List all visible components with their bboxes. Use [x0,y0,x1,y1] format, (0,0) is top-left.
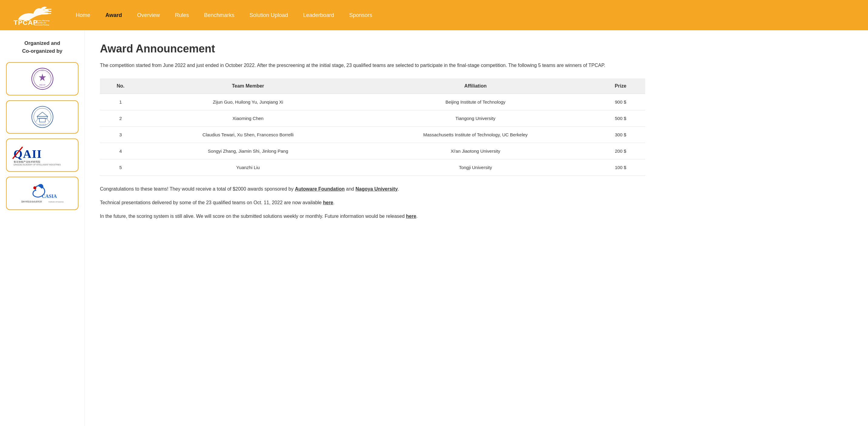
col-header-affiliation: Affiliation [355,79,596,94]
nav-rules[interactable]: Rules [175,12,189,19]
main-container: Organized andCo-organized by 同济大学 1911 [0,30,868,426]
svg-rect-14 [39,118,45,122]
cell-no: 3 [100,127,141,143]
svg-point-22 [33,186,36,189]
svg-text:Competition for: Competition for [34,22,46,24]
cell-prize: 900 $ [596,94,645,110]
table-row: 1 Zijun Guo, Huilong Yu, Junqiang Xi Bei… [100,94,645,110]
cell-team: Yuanzhi Liu [141,159,355,176]
svg-text:1911: 1911 [41,70,43,71]
svg-rect-2 [43,13,51,14]
logo-area: TPCAP Trajectory Planning Competition fo… [12,3,58,27]
nav-leaderboard[interactable]: Leaderboard [303,12,334,19]
sidebar-title: Organized andCo-organized by [6,39,79,55]
svg-text:QAII: QAII [13,148,42,160]
svg-text:中国科学院自动化研究所: 中国科学院自动化研究所 [21,201,42,203]
svg-text:青岛智能产业技术研究院: 青岛智能产业技术研究院 [13,160,40,163]
cell-prize: 500 $ [596,110,645,127]
svg-text:QINGDAO ACADEMY OF INTELLIGENT: QINGDAO ACADEMY OF INTELLIGENT INDUSTRIE… [13,163,61,166]
cell-no: 2 [100,110,141,127]
org4-logo: CASIA 中国科学院自动化研究所 Institute of Automatio… [21,181,64,206]
svg-text:UNIVERSITY: UNIVERSITY [39,124,46,125]
intro-paragraph: The competition started from June 2022 a… [100,61,645,69]
cell-no: 5 [100,159,141,176]
table-header-row: No. Team Member Affiliation Prize [100,79,645,94]
org-logo-1: 同济大学 1911 [6,62,79,95]
page-title: Award Announcement [100,42,645,55]
cell-team: Xiaoming Chen [141,110,355,127]
col-header-prize: Prize [596,79,645,94]
org1-logo: 同济大学 1911 [29,67,56,91]
svg-text:Trajectory Planning: Trajectory Planning [34,20,50,22]
autoware-link[interactable]: Autoware Foundation [295,186,345,191]
table-row: 2 Xiaoming Chen Tiangong University 500 … [100,110,645,127]
table-row: 4 Songyi Zhang, Jiamin Shi, Jinlong Pang… [100,143,645,159]
nav-solution-upload[interactable]: Solution Upload [250,12,288,19]
main-nav: Home Award Overview Rules Benchmarks Sol… [76,12,372,19]
cell-prize: 100 $ [596,159,645,176]
cell-affiliation: Tongji University [355,159,596,176]
nagoya-link[interactable]: Nagoya University [355,186,398,191]
nav-benchmarks[interactable]: Benchmarks [204,12,235,19]
col-header-no: No. [100,79,141,94]
org2-logo: UNIVERSITY [29,105,56,129]
svg-text:Institute of Automation: Institute of Automation [49,201,64,203]
cell-prize: 300 $ [596,127,645,143]
cell-team: Claudius Tewari, Xu Shen, Francesco Borr… [141,127,355,143]
cell-prize: 200 $ [596,143,645,159]
cell-no: 1 [100,94,141,110]
footer-paragraph-2: Technical presentations delivered by som… [100,199,645,207]
cell-affiliation: Tiangong University [355,110,596,127]
org-logo-3: QAII 青岛智能产业技术研究院 QINGDAO ACADEMY OF INTE… [6,139,79,172]
org-logo-2: UNIVERSITY [6,100,79,133]
svg-point-13 [34,108,51,126]
sidebar: Organized andCo-organized by 同济大学 1911 [0,30,85,426]
cell-team: Zijun Guo, Huilong Yu, Junqiang Xi [141,94,355,110]
nav-home[interactable]: Home [76,12,90,19]
main-content: Award Announcement The competition start… [85,30,660,426]
cell-no: 4 [100,143,141,159]
nav-overview[interactable]: Overview [137,12,160,19]
presentations-link[interactable]: here [323,200,333,205]
award-table: No. Team Member Affiliation Prize 1 Ziju… [100,79,645,176]
footer-paragraph-1: Congratulations to these teams! They wou… [100,185,645,193]
org3-logo: QAII 青岛智能产业技术研究院 QINGDAO ACADEMY OF INTE… [12,145,73,166]
table-row: 5 Yuanzhi Liu Tongji University 100 $ [100,159,645,176]
col-header-team: Team Member [141,79,355,94]
svg-text:Automated Parking: Automated Parking [34,24,49,26]
table-row: 3 Claudius Tewari, Xu Shen, Francesco Bo… [100,127,645,143]
nav-award[interactable]: Award [105,12,122,19]
tpcap-logo: TPCAP Trajectory Planning Competition fo… [12,3,58,27]
nav-sponsors[interactable]: Sponsors [349,12,372,19]
svg-rect-0 [41,9,52,10]
cell-affiliation: Beijing Institute of Technology [355,94,596,110]
svg-text:同济大学: 同济大学 [39,84,45,86]
svg-text:CASIA: CASIA [42,193,57,199]
svg-marker-9 [39,73,46,81]
svg-marker-16 [37,112,48,116]
cell-affiliation: Xi'an Jiaotong University [355,143,596,159]
future-link[interactable]: here [406,214,416,219]
cell-team: Songyi Zhang, Jiamin Shi, Jinlong Pang [141,143,355,159]
org-logo-4: CASIA 中国科学院自动化研究所 Institute of Automatio… [6,177,79,210]
svg-rect-1 [42,11,52,12]
cell-affiliation: Massachusetts Institute of Technology, U… [355,127,596,143]
footer-paragraph-3: In the future, the scoring system is sti… [100,212,645,221]
site-header: TPCAP Trajectory Planning Competition fo… [0,0,868,30]
